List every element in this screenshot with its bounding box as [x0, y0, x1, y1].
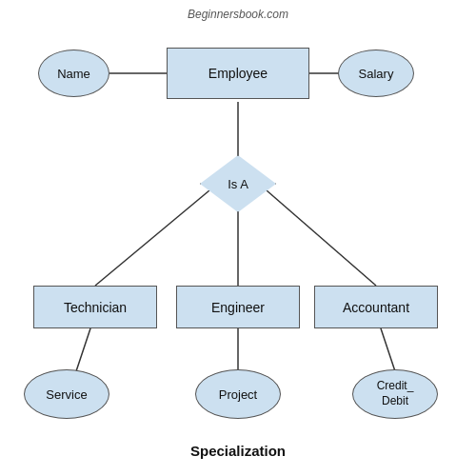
employee-node: Employee — [167, 48, 309, 99]
credit-debit-node: Credit_ Debit — [352, 369, 438, 419]
engineer-label: Engineer — [211, 300, 265, 315]
service-label: Service — [46, 387, 87, 402]
accountant-label: Accountant — [343, 300, 409, 315]
credit-debit-label: Credit_ Debit — [377, 379, 414, 408]
salary-label: Salary — [359, 67, 394, 81]
technician-label: Technician — [64, 300, 127, 315]
engineer-node: Engineer — [176, 286, 300, 328]
watermark: Beginnersbook.com — [188, 8, 288, 21]
service-node: Service — [24, 369, 109, 419]
salary-node: Salary — [338, 50, 414, 97]
project-node: Project — [195, 369, 281, 419]
svg-line-3 — [95, 190, 209, 286]
name-node: Name — [38, 50, 109, 97]
name-label: Name — [57, 67, 90, 81]
technician-node: Technician — [33, 286, 157, 328]
svg-line-5 — [267, 190, 376, 286]
isa-label: Is A — [228, 177, 248, 191]
employee-label: Employee — [208, 66, 268, 81]
specialization-label: Specialization — [0, 443, 476, 459]
accountant-node: Accountant — [314, 286, 438, 328]
project-label: Project — [219, 387, 257, 402]
isa-node: Is A — [200, 155, 276, 212]
